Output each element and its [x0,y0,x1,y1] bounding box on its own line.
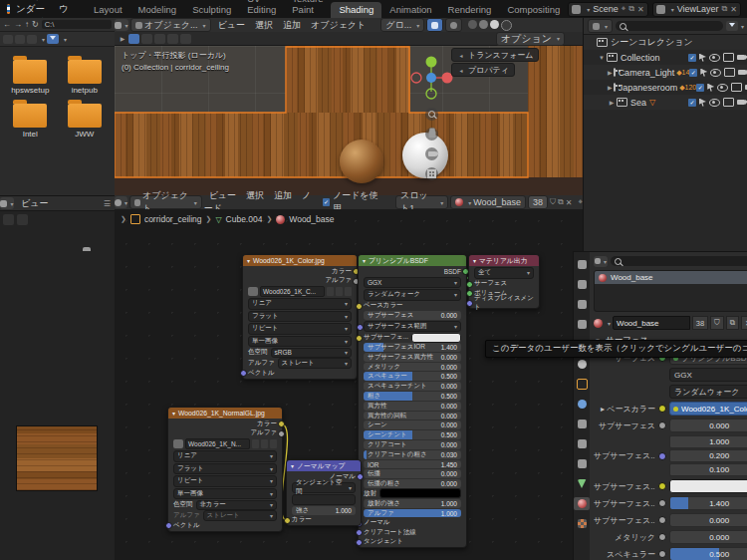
hide-eye-icon[interactable] [709,54,720,62]
prop-色空間[interactable]: 色空間非カラー▾ [173,500,277,510]
pin-icon[interactable]: ⌖ [578,197,583,207]
shader-node-canvas[interactable]: ❯ corridor_ceiling ❯ ▽ Cube.004 ❯ Wood_b… [115,209,583,560]
viewlayer-name[interactable]: ViewLayer [677,4,719,14]
editor-type-shader[interactable]: ▾ [115,196,127,208]
slider-シーンチント[interactable]: シーンチント0.500 [364,430,461,439]
slider-メタリック[interactable]: 0.000 [669,530,747,544]
color-swatch-放射[interactable]: 放射 [364,489,461,498]
properties-tab-material[interactable] [574,497,590,510]
color-swatch[interactable] [669,479,747,493]
dropdown-単一画像[interactable]: 単一画像▾ [173,488,277,500]
properties-search-input[interactable] [611,256,747,266]
hide-eye-icon[interactable] [710,69,721,77]
fake-user-shield-icon[interactable] [252,439,259,448]
dropdown-フラット[interactable]: フラット▾ [173,463,277,475]
viewport-menu-オブジェクト[interactable]: オブジェクト [306,20,371,30]
material-slot-item[interactable]: Wood_base [595,271,747,284]
outliner-row-Japaneseroom[interactable]: ▶Japaneseroom◆120✓ [584,80,747,95]
viewport-menu-追加[interactable]: 追加 [278,20,306,30]
forward-button[interactable]: → [14,20,22,29]
image-selector[interactable]: Wood026_1K_N... [173,438,277,449]
dropdown-全て[interactable]: 全て▾ [474,267,534,279]
slider-異方性[interactable]: 異方性0.000 [364,402,461,411]
socket-クリアコート法線[interactable] [356,529,363,536]
workspace-tab-texture-paint[interactable]: Texture Paint [284,0,331,18]
outliner-search[interactable] [616,21,723,31]
properties-tab-particles[interactable] [574,418,590,430]
new-image-button[interactable] [336,287,343,296]
unlink-material-button[interactable]: ✕ [566,198,573,207]
node-header-bsdf[interactable]: ▾プリンシプルBSDF [359,255,466,266]
blender-logo-icon[interactable] [7,4,10,14]
viewport-disable-icon[interactable] [724,68,735,77]
dropdown-GGX[interactable]: GGX▾ [669,368,747,382]
menu-編集[interactable]: 編集 [16,0,49,1]
slider-サブサーフェスIOR[interactable]: サブサーフェスIOR1.400 [364,343,461,352]
back-button[interactable]: ← [3,20,11,29]
dropdown-ランダムウォーク[interactable]: ランダムウォーク▾ [669,385,747,399]
material-browse-icon[interactable] [594,319,603,328]
slider-スペキュラー[interactable]: 0.500 [669,547,747,560]
slider-IOR[interactable]: IOR1.450 [364,460,461,469]
hamburger-icon[interactable]: ☰ [104,199,115,208]
select-mode-extra[interactable] [180,34,191,44]
shader-menu-選択[interactable]: 選択 [241,190,269,200]
socket-ベースカラー[interactable] [356,303,363,310]
socket-ベクトル[interactable] [240,370,247,377]
users-count-button[interactable]: 38 [528,195,548,209]
properties-editor-icon[interactable]: ▾ [594,256,608,267]
select-mode-box[interactable] [141,34,152,44]
dropdown-フラット[interactable]: フラット▾ [248,311,352,323]
select-mode-circle[interactable] [154,34,165,44]
render-disable-icon[interactable] [737,100,745,105]
viewlayer-selector[interactable]: ▾ ViewLayer ⧉ ✕ [652,2,741,17]
node-header-tex_color[interactable]: ▾Wood026_1K_Color.jpg [243,255,357,266]
outliner-row-シーンコレクション[interactable]: シーンコレクション [584,35,747,50]
shader-menu-ビュー[interactable]: ビュー [204,190,241,200]
transform-orientation[interactable]: グロ...▾ [380,18,424,32]
node-tex_normal[interactable]: ▾Wood026_1K_NormalGL.jpgカラーアルファWood026_1… [167,407,283,532]
workspace-tab-shading[interactable]: Shading [331,2,381,18]
workspace-tab-sculpting[interactable]: Sculpting [184,2,239,18]
shading-solid-icon[interactable] [479,20,488,29]
options-dropdown[interactable]: オプション▾ [496,32,565,46]
outliner-display-mode[interactable]: ▾ [588,19,613,33]
properties-tab-constraints[interactable] [574,457,590,470]
scene-name[interactable]: Scene [593,4,619,14]
path-field[interactable]: C:\ [42,20,112,29]
properties-tab-object[interactable] [574,378,590,391]
workspace-tab-compositing[interactable]: Compositing [499,2,568,18]
viewport-disable-icon[interactable] [723,98,734,107]
display-list-button[interactable] [27,35,37,44]
shading-wireframe-icon[interactable] [468,20,477,29]
properties-tab-object-data[interactable] [574,477,590,490]
workspace-tab-uv-editing[interactable]: UV Editing [239,0,284,18]
new-material-button[interactable]: ⧉ [726,316,739,330]
scene-selector[interactable]: ▾ Scene ⌖ ⧉ ✕ [568,2,647,17]
viewport-canvas[interactable]: トップ・平行投影 (ローカル) (0) Collection | corrido… [115,46,583,195]
navigation-gizmo-icon[interactable] [409,54,457,102]
snap-magnet-toggle[interactable] [426,18,443,32]
socket-サブサーフェス範囲[interactable] [357,324,364,331]
slider-サブサーフェス異方性[interactable]: サブサーフェス異方性0.000 [364,353,461,362]
prop-色空間[interactable]: 色空間sRGB▾ [248,348,352,358]
viewport-disable-icon[interactable] [731,83,742,92]
properties-tab-world[interactable] [574,358,590,371]
dropdown-リニア[interactable]: リニア▾ [173,450,277,462]
folder-Intel[interactable]: Intel [4,99,57,139]
folder-inetpub[interactable]: inetpub [59,55,112,95]
camera-view-icon[interactable] [425,147,438,160]
exclude-checkbox-icon[interactable]: ✓ [688,99,696,107]
prop-アルファ[interactable]: アルファストレート▾ [173,511,277,521]
dropdown-リピート[interactable]: リピート▾ [173,475,277,487]
node-output[interactable]: ▾マテリアル出力全て▾サーフェスボリュームディスプレイスメント [468,254,540,309]
slot-selector[interactable]: スロット1▾ [395,195,448,209]
vector-values[interactable]: 1.0000.2000.100 [669,435,747,476]
properties-tab-tool[interactable] [574,258,590,271]
exclude-checkbox-icon[interactable]: ✓ [688,54,696,62]
outliner-row-Collection[interactable]: ▼Collection✓ [584,50,747,65]
remove-viewlayer-button[interactable]: ✕ [730,5,737,14]
socket-カラー[interactable] [278,420,285,427]
shading-material-icon[interactable] [490,20,499,29]
workspace-tab-modeling[interactable]: Modeling [130,2,185,18]
